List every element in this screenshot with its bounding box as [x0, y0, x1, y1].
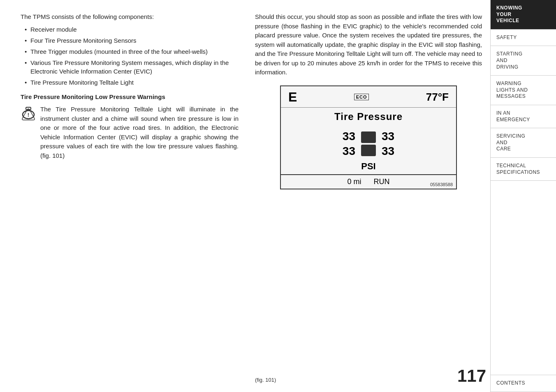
bullet-item-4: Various Tire Pressure Monitoring System … — [25, 58, 239, 76]
intro-text: The TPMS consists of the following compo… — [21, 12, 239, 22]
evic-top-left-psi: 33 — [343, 130, 355, 143]
evic-odometer: 0 mi — [347, 178, 361, 186]
evic-left-nums: 33 33 — [343, 130, 355, 158]
bullet-item-2: Four Tire Pressure Monitoring Sensors — [25, 36, 239, 45]
sidebar-item-technical[interactable]: TECHNICAL SPECIFICATIONS — [491, 158, 556, 181]
sidebar-item-contents[interactable]: CONTENTS — [491, 375, 556, 392]
sidebar-item-servicing[interactable]: SERVICING AND CARE — [491, 128, 556, 158]
evic-top-right-psi: 33 — [382, 130, 394, 143]
page-container: The TPMS consists of the following compo… — [0, 0, 556, 392]
evic-status: RUN — [374, 178, 390, 186]
evic-display: E ECO 77°F Tire Pressure 33 33 33 — [280, 85, 457, 189]
svg-text:!: ! — [28, 112, 29, 118]
evic-car-bottom — [361, 145, 376, 156]
sidebar: KNOWING YOUR VEHICLE SAFETY STARTING AND… — [490, 0, 556, 392]
evic-temperature: 77°F — [426, 91, 449, 104]
fig-caption: (fig. 101) — [255, 377, 276, 383]
evic-pressures: 33 33 33 33 — [281, 126, 456, 161]
evic-figure-number: 055838588 — [430, 182, 453, 187]
left-column: The TPMS consists of the following compo… — [21, 12, 251, 384]
evic-bottom-right-psi: 33 — [382, 145, 394, 158]
warning-text: The Tire Pressure Monitoring Telltale Li… — [40, 105, 239, 160]
warning-icon: ! — [21, 106, 36, 121]
sidebar-item-emergency[interactable]: IN AN EMERGENCY — [491, 105, 556, 128]
main-content: The TPMS consists of the following compo… — [0, 0, 490, 392]
bullet-item-5: Tire Pressure Monitoring Telltale Light — [25, 78, 239, 87]
sidebar-item-warning[interactable]: WARNING LIGHTS AND MESSAGES — [491, 76, 556, 105]
bullet-item-3: Three Trigger modules (mounted in three … — [25, 47, 239, 56]
sidebar-item-knowing[interactable]: KNOWING YOUR VEHICLE — [491, 0, 556, 30]
evic-car-icon — [361, 131, 376, 156]
page-number: 117 — [457, 366, 486, 386]
evic-eco-badge: ECO — [354, 94, 369, 100]
warning-block: ! The Tire Pressure Monitoring Telltale … — [21, 105, 239, 164]
right-column: Should this occur, you should stop as so… — [251, 12, 482, 384]
right-paragraph: Should this occur, you should stop as so… — [255, 12, 482, 77]
bullet-item-1: Receiver module — [25, 25, 239, 34]
section-title: Tire Pressure Monitoring Low Pressure Wa… — [21, 92, 239, 102]
evic-top-bar: E ECO 77°F — [281, 86, 456, 108]
sidebar-item-starting[interactable]: STARTING AND DRIVING — [491, 46, 556, 76]
evic-title: Tire Pressure — [281, 108, 456, 126]
bullet-list: Receiver module Four Tire Pressure Monit… — [25, 25, 239, 87]
evic-bottom-left-psi: 33 — [343, 145, 355, 158]
evic-right-nums: 33 33 — [382, 130, 394, 158]
evic-car-top — [361, 131, 376, 143]
sidebar-item-safety[interactable]: SAFETY — [491, 30, 556, 46]
evic-left-letter: E — [288, 90, 297, 105]
evic-psi-label: PSI — [281, 161, 456, 174]
sidebar-spacer — [491, 181, 556, 375]
